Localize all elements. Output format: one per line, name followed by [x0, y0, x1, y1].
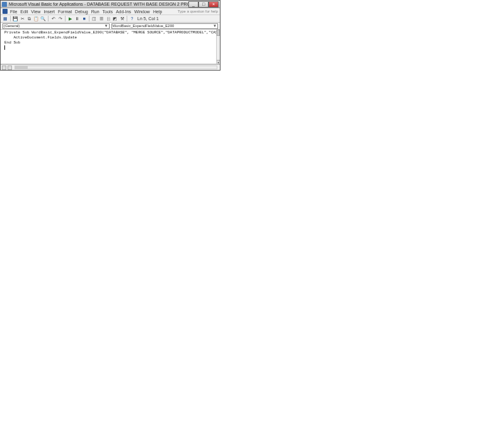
code-navigation-bar: (General) ▼ WordBasic_ExpendFieldValue_E…: [1, 23, 220, 30]
menu-window[interactable]: Window: [134, 9, 150, 14]
window-title: Microsoft Visual Basic for Applications …: [9, 2, 188, 6]
vba-ide-window: Microsoft Visual Basic for Applications …: [0, 0, 220, 71]
reset-icon[interactable]: ■: [81, 16, 87, 21]
separator: [10, 16, 11, 21]
vba-app-icon: [2, 2, 7, 7]
word-icon[interactable]: [3, 9, 8, 14]
menu-help[interactable]: Help: [153, 9, 162, 14]
minimize-button[interactable]: _: [188, 1, 198, 8]
line-col-indicator: Ln 5, Col 1: [137, 16, 159, 21]
full-module-view-icon[interactable]: [8, 66, 12, 70]
copy-icon[interactable]: ⧉: [26, 16, 32, 21]
menu-run[interactable]: Run: [91, 9, 100, 14]
object-combo-value: (General): [4, 24, 20, 28]
menu-file[interactable]: File: [10, 9, 17, 14]
chevron-down-icon: ▼: [213, 24, 217, 28]
vertical-scrollbar[interactable]: ▾: [216, 30, 220, 64]
standard-toolbar: ▦ 💾 ✂ ⧉ 📋 🔍 ↶ ↷ ▶ ⏸ ■ ◫ ☰ ⌸ ◩ ⚒ ? Ln 5, …: [1, 15, 220, 23]
text-cursor: [4, 45, 5, 50]
menu-bar: File Edit View Insert Format Debug Run T…: [1, 8, 220, 15]
menu-addins[interactable]: Add-Ins: [116, 9, 131, 14]
menu-edit[interactable]: Edit: [20, 9, 28, 14]
save-icon[interactable]: 💾: [13, 16, 18, 21]
code-line: ActiveDocument.Fields.Update: [4, 35, 216, 40]
properties-icon[interactable]: ⌸: [105, 16, 111, 21]
redo-icon[interactable]: ↷: [57, 16, 63, 21]
code-line: [4, 45, 216, 50]
object-browser-icon[interactable]: ◩: [112, 16, 118, 21]
scrollbar-thumb[interactable]: [15, 66, 28, 69]
view-word-icon[interactable]: ▦: [3, 16, 8, 21]
chevron-down-icon: ▼: [105, 24, 108, 28]
menu-debug[interactable]: Debug: [75, 9, 88, 14]
help-search[interactable]: Type a question for help: [178, 9, 218, 13]
window-controls: _ □ ×: [188, 1, 219, 8]
undo-icon[interactable]: ↶: [50, 16, 56, 21]
menu-format[interactable]: Format: [58, 9, 72, 14]
status-bar: [1, 64, 220, 70]
object-combo[interactable]: (General) ▼: [3, 23, 110, 29]
title-bar[interactable]: Microsoft Visual Basic for Applications …: [1, 1, 220, 8]
menu-tools[interactable]: Tools: [103, 9, 113, 14]
code-line: Private Sub WordBasic_ExpendFieldValue_E…: [4, 30, 216, 35]
project-explorer-icon[interactable]: ☰: [98, 16, 104, 21]
cut-icon[interactable]: ✂: [20, 16, 25, 21]
run-icon[interactable]: ▶: [67, 16, 73, 21]
close-button[interactable]: ×: [209, 1, 219, 8]
menu-insert[interactable]: Insert: [43, 9, 55, 14]
separator: [127, 16, 127, 21]
code-editor[interactable]: Private Sub WordBasic_ExpendFieldValue_E…: [1, 30, 220, 64]
code-line: End Sub: [4, 40, 216, 45]
toolbox-icon[interactable]: ⚒: [119, 16, 125, 21]
horizontal-scrollbar[interactable]: [14, 66, 217, 69]
separator: [89, 16, 89, 21]
scroll-down-icon[interactable]: ▾: [217, 60, 220, 64]
scrollbar-thumb[interactable]: [217, 30, 220, 36]
procedure-combo-value: WordBasic_ExpendFieldValue_E200: [113, 24, 175, 28]
separator: [65, 16, 66, 21]
menu-view[interactable]: View: [31, 9, 40, 14]
procedure-view-icon[interactable]: [2, 66, 6, 70]
design-mode-icon[interactable]: ◫: [91, 16, 97, 21]
help-icon[interactable]: ?: [129, 16, 135, 21]
paste-icon[interactable]: 📋: [33, 16, 39, 21]
break-icon[interactable]: ⏸: [74, 16, 80, 21]
procedure-combo[interactable]: WordBasic_ExpendFieldValue_E200 ▼: [112, 23, 219, 29]
find-icon[interactable]: 🔍: [40, 16, 46, 21]
maximize-button[interactable]: □: [198, 1, 209, 8]
separator: [48, 16, 49, 21]
